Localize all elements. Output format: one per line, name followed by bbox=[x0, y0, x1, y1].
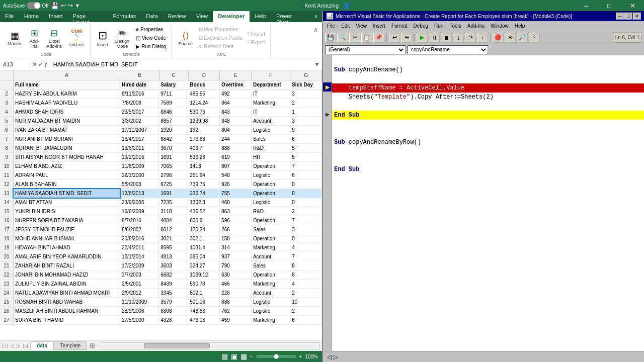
cell[interactable]: HAMIYA SAADIAH BT MD. SEDIT bbox=[14, 189, 120, 198]
vba-tb-break[interactable]: ⏸ bbox=[429, 33, 440, 43]
refresh-data-button[interactable]: ↻Refresh Data bbox=[197, 43, 244, 50]
tab-pagelayout[interactable]: Page Layout bbox=[68, 11, 108, 22]
menu-debug[interactable]: Debug bbox=[411, 22, 431, 30]
cell[interactable]: 6725 bbox=[159, 180, 188, 189]
cell[interactable]: 8857 bbox=[159, 117, 188, 125]
cell[interactable]: ELHAM B ABD. AZIZ bbox=[14, 162, 120, 170]
cell[interactable]: HAZRY BIN ABDUL KARIM bbox=[14, 89, 120, 98]
cell-header-e[interactable]: Overtime bbox=[220, 80, 252, 89]
view-pagebreak-icon[interactable]: ▦ bbox=[240, 352, 247, 360]
insert-control-button[interactable]: ⊡ Insert bbox=[95, 28, 111, 49]
add-ins-button[interactable]: ⊞ Add-ins bbox=[27, 26, 42, 50]
cell[interactable]: 6808 bbox=[159, 307, 188, 315]
tab-powerppivot[interactable]: Power Pivot bbox=[271, 11, 310, 22]
vba-tb-copy[interactable]: 📋 bbox=[361, 33, 372, 43]
cell[interactable]: Logistic bbox=[252, 171, 290, 179]
cell[interactable]: NORANI BT JAMALUDIN bbox=[14, 144, 120, 152]
cell[interactable]: 7065 bbox=[159, 162, 188, 170]
table-row[interactable]: 21ZAHARIAH BINTI RAZALI17/2/20093603324.… bbox=[0, 261, 322, 270]
vba-code-editor[interactable]: Sub copyAndRename() tempStaffName = Acti… bbox=[332, 55, 644, 351]
cell[interactable]: 3 bbox=[290, 225, 322, 234]
cell[interactable]: 460 bbox=[220, 198, 252, 207]
cell[interactable]: Operation bbox=[252, 270, 290, 279]
vba-tb-stepout[interactable]: ↑ bbox=[477, 33, 488, 43]
table-row[interactable]: 16NUREEN SOFIA BT ZAKARIA8/7/20164004600… bbox=[0, 216, 322, 225]
cell[interactable]: R&D bbox=[252, 144, 290, 152]
cell[interactable]: 3/3/2002 bbox=[120, 117, 159, 125]
cell[interactable]: 8/7/2016 bbox=[120, 216, 159, 225]
cell[interactable]: 16/6/2009 bbox=[120, 207, 159, 216]
menu-view[interactable]: View bbox=[353, 22, 370, 30]
cell[interactable]: 12/1/2014 bbox=[120, 252, 159, 261]
cell[interactable]: 7 bbox=[290, 216, 322, 225]
vba-tb-stepover[interactable]: ↷ bbox=[465, 33, 476, 43]
cell[interactable]: 8439 bbox=[159, 280, 188, 288]
cell[interactable]: 596 bbox=[220, 216, 252, 225]
redo-icon[interactable]: ↪ bbox=[68, 2, 73, 9]
cell[interactable]: 10 bbox=[290, 298, 322, 306]
cell[interactable]: 8595 bbox=[159, 243, 188, 252]
vba-close-btn[interactable]: ✕ bbox=[633, 13, 641, 20]
cell[interactable]: NUR MAIDAZAH BT MAIDIN bbox=[14, 117, 120, 125]
cell[interactable]: 8 bbox=[290, 261, 322, 270]
cell[interactable]: 6842 bbox=[159, 135, 188, 143]
tab-home[interactable]: Home bbox=[19, 11, 44, 22]
cell[interactable]: Operation bbox=[252, 234, 290, 243]
cell[interactable]: 120.24 bbox=[188, 225, 220, 234]
zoom-decrease[interactable]: − bbox=[250, 354, 253, 359]
table-row[interactable]: 13HAMIYA SAADIAH BT MD. SEDIT12/8/201316… bbox=[0, 189, 322, 198]
cell[interactable]: Logistic bbox=[252, 126, 290, 134]
cell[interactable]: 314 bbox=[220, 243, 252, 252]
cell[interactable]: 2 bbox=[290, 289, 322, 297]
cell[interactable]: Marketing bbox=[252, 99, 290, 107]
table-row[interactable]: 17JESSY BT MOHD FAUZIE6/6/20026012120.24… bbox=[0, 225, 322, 234]
cell[interactable]: 244 bbox=[220, 135, 252, 143]
insert-function-icon[interactable]: ƒ bbox=[44, 61, 48, 68]
excel-addins-button[interactable]: ⊟ ExcelAdd-ins bbox=[44, 26, 65, 50]
table-row[interactable]: 14AMAI BT ATTAN23/9/200572351302.3460Log… bbox=[0, 198, 322, 207]
export-button[interactable]: ⤴Export bbox=[246, 39, 267, 46]
tab-view[interactable]: View bbox=[191, 11, 213, 22]
cell-header-g[interactable]: Sick Day bbox=[290, 80, 322, 89]
cell[interactable]: 804 bbox=[220, 126, 252, 134]
cell-header-c[interactable]: Salary bbox=[159, 80, 188, 89]
cell[interactable]: 3/7/2003 bbox=[120, 270, 159, 279]
cell[interactable]: 1691 bbox=[159, 189, 188, 198]
cell[interactable]: 748.88 bbox=[188, 307, 220, 315]
view-code-button[interactable]: ◫View Code bbox=[134, 34, 168, 42]
table-row[interactable]: 12ALAN B BAHARIN5/9/20036725739.75926Ope… bbox=[0, 180, 322, 189]
cell[interactable]: 6 bbox=[290, 316, 322, 324]
cell[interactable]: 11/8/2009 bbox=[120, 162, 159, 170]
sheet-tab-template[interactable]: Template bbox=[54, 341, 88, 350]
menu-file[interactable]: File bbox=[324, 22, 338, 30]
cell[interactable]: HASHIMALA AP VADIVELU bbox=[14, 99, 120, 107]
table-row[interactable]: 9SITI AISYAH NOOR BT MOHD HANAH19/2/2015… bbox=[0, 153, 322, 162]
cell[interactable]: 348 bbox=[220, 117, 252, 125]
vba-object-selector[interactable]: (General) bbox=[325, 45, 406, 54]
cell[interactable]: Sales bbox=[252, 261, 290, 270]
table-row[interactable]: 7NUR ANI BT MD SURANI13/4/20176842273.68… bbox=[0, 135, 322, 144]
cell[interactable]: 3021 bbox=[159, 234, 188, 243]
cell[interactable]: 27/5/2000 bbox=[120, 316, 159, 324]
col-header-f[interactable]: F bbox=[252, 70, 290, 80]
horizontal-scrollbar[interactable] bbox=[100, 342, 320, 349]
cell[interactable]: Sales bbox=[252, 135, 290, 143]
cell[interactable]: 3579 bbox=[159, 298, 188, 306]
col-header-b[interactable]: B bbox=[120, 70, 159, 80]
close-button[interactable]: ✕ bbox=[621, 0, 644, 11]
cell-header-a[interactable]: Full name bbox=[14, 80, 120, 89]
cell[interactable]: Operation bbox=[252, 189, 290, 198]
cell[interactable]: Logistic bbox=[252, 198, 290, 207]
cell[interactable]: 2 bbox=[290, 207, 322, 216]
cell[interactable]: 600.6 bbox=[188, 216, 220, 225]
cell[interactable]: 6682 bbox=[159, 270, 188, 279]
map-properties-button[interactable]: ⊞Map Properties bbox=[197, 26, 244, 33]
table-row[interactable]: 6IVAN ZAKA BT MAMAT17/11/20071920192804L… bbox=[0, 126, 322, 135]
cell[interactable]: 536.28 bbox=[188, 153, 220, 161]
properties-button[interactable]: ≡Properties bbox=[134, 26, 168, 33]
cell[interactable]: 540 bbox=[220, 171, 252, 179]
cell[interactable]: Logistic bbox=[252, 307, 290, 315]
cell[interactable]: YUKRI BIN IDRIS bbox=[14, 207, 120, 216]
cell[interactable]: 492 bbox=[220, 89, 252, 98]
cell[interactable]: 5/9/2003 bbox=[120, 180, 159, 189]
